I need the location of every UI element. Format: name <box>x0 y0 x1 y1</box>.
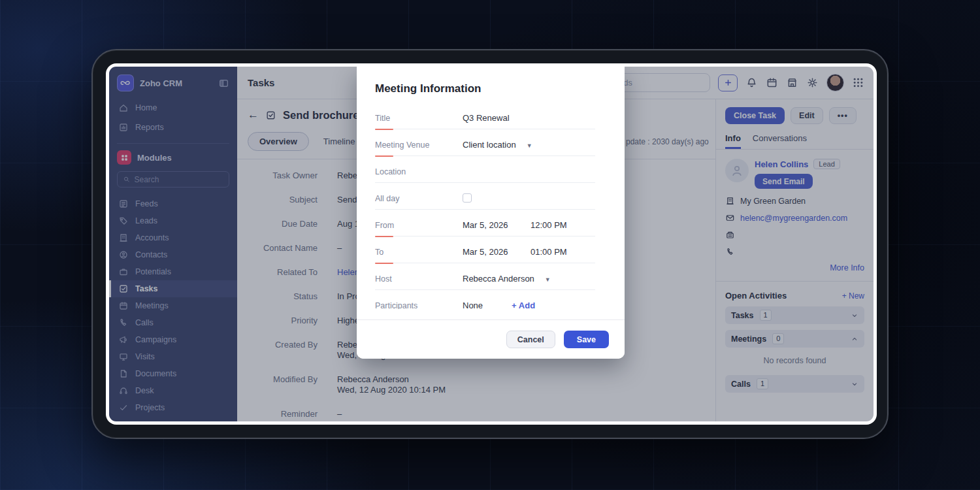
participants-value: None <box>463 301 483 309</box>
venue-select[interactable]: Client location▼ <box>463 140 532 150</box>
field-label: Location <box>375 167 463 176</box>
caret-down-icon: ▼ <box>540 276 551 284</box>
meeting-information-modal: Meeting Information Title Q3 Renewal Mee… <box>357 67 625 359</box>
save-button[interactable]: Save <box>564 331 609 348</box>
cancel-button[interactable]: Cancel <box>506 331 555 348</box>
app-window: Zoho CRM Home Reports Modules <box>106 63 877 425</box>
modal-title: Meeting Information <box>357 67 625 95</box>
modal-field-location: Location <box>375 156 595 183</box>
field-label: Participants <box>375 301 463 309</box>
modal-field-host: Host Rebecca Anderson▼ <box>375 263 595 290</box>
host-select[interactable]: Rebecca Anderson▼ <box>463 274 551 284</box>
field-label: All day <box>375 194 463 203</box>
modal-field-participants: Participants None+ Add <box>375 290 595 309</box>
from-date-input[interactable]: Mar 5, 2026 <box>463 220 525 230</box>
to-time-input[interactable]: 01:00 PM <box>531 247 567 257</box>
field-label: Host <box>375 274 463 284</box>
modal-field-from: From Mar 5, 202612:00 PM <box>375 210 595 237</box>
field-label: To <box>375 248 463 257</box>
add-participants-link[interactable]: + Add <box>512 301 535 309</box>
device-frame: Zoho CRM Home Reports Modules <box>91 49 889 439</box>
caret-down-icon: ▼ <box>521 142 532 150</box>
modal-field-to: To Mar 5, 202601:00 PM <box>375 237 595 263</box>
modal-field-all-day: All day <box>375 183 595 210</box>
title-input[interactable]: Q3 Renewal <box>463 113 510 123</box>
field-label: From <box>375 221 463 230</box>
field-label: Meeting Venue <box>375 140 463 150</box>
modal-field-title: Title Q3 Renewal <box>375 103 595 129</box>
field-label: Title <box>375 114 463 123</box>
from-time-input[interactable]: 12:00 PM <box>531 220 567 230</box>
to-date-input[interactable]: Mar 5, 2026 <box>463 247 525 257</box>
modal-field-venue: Meeting Venue Client location▼ <box>375 129 595 156</box>
all-day-checkbox[interactable] <box>463 193 472 203</box>
